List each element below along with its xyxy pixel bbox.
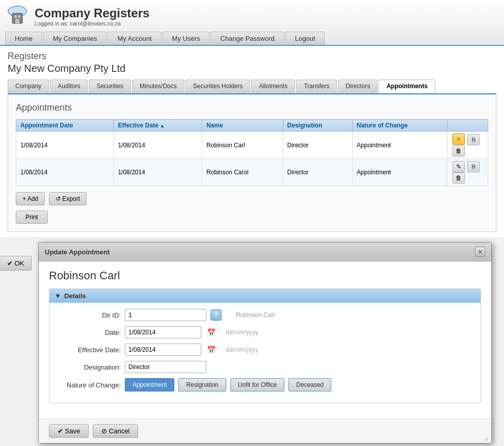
noc-resignation-button[interactable]: Resignation [178, 378, 226, 391]
nav-bar: Home My Companies My Account My Users Ch… [5, 32, 499, 45]
export-button[interactable]: ↺ Export [49, 192, 87, 205]
add-button[interactable]: + Add [16, 192, 45, 205]
designation-input[interactable] [125, 361, 206, 373]
col-nature-of-change[interactable]: Nature of Change [352, 120, 447, 132]
tab-transfers[interactable]: Transfers [296, 80, 337, 93]
cell-nature: Appointment [352, 159, 447, 186]
edit-icon: ✎ [456, 163, 461, 170]
table-row: 1/08/2014 1/08/2014 Robinson Carol Direc… [16, 159, 488, 186]
dir-id-help-button[interactable]: ? [210, 309, 222, 321]
modal-footer: ✔ Save ⊘ Cancel [39, 418, 491, 443]
company-name: My New Company Pty Ltd [8, 63, 496, 74]
burst-edit-icon: ✦ [456, 135, 462, 143]
noc-appointment-button[interactable]: Appointment [125, 378, 174, 391]
nav-change-password[interactable]: Change Password [210, 32, 284, 45]
date-label: Date: [60, 329, 121, 336]
save-button[interactable]: ✔ Save [49, 424, 89, 438]
date-hint: dd/mm/yyyy [226, 329, 258, 336]
nature-of-change-row: Nature of Change: Appointment Resignatio… [60, 378, 470, 391]
app-title: Company Registers [35, 6, 149, 20]
effective-date-input[interactable] [125, 344, 201, 356]
print-button[interactable]: Print [16, 211, 48, 224]
cell-nature: Appointment [352, 132, 447, 159]
col-effective-date[interactable]: Effective Date [114, 120, 202, 132]
cell-effective-date: 1/08/2014 [114, 159, 202, 186]
edit-button-row2[interactable]: ✎ [453, 161, 465, 172]
details-body: Dir ID: ? Robinson Carl Date: 📅 dd/mm/yy… [49, 303, 481, 403]
collapse-icon[interactable]: ▼ [55, 292, 61, 300]
effective-date-label: Effective Date: [60, 346, 121, 354]
details-header-label: Details [64, 292, 86, 300]
nav-logout[interactable]: Logout [285, 32, 325, 45]
cancel-button[interactable]: ⊘ Cancel [93, 424, 138, 438]
details-header: ▼ Details [49, 289, 481, 303]
delete-icon: 🗑 [456, 174, 462, 181]
main-content: Registers My New Company Pty Ltd Company… [0, 46, 504, 237]
nav-my-users[interactable]: My Users [163, 32, 210, 45]
date-input[interactable] [125, 326, 201, 338]
resize-handle[interactable]: ⊿ [484, 436, 490, 442]
copy-icon: ⎘ [472, 136, 475, 143]
page-breadcrumb: Registers [8, 51, 496, 62]
appointments-panel: Appointments Appointment Date Effective … [8, 94, 496, 232]
table-row: 1/08/2014 1/08/2014 Robinson Carl Direct… [16, 132, 488, 159]
tab-securities[interactable]: Securities [89, 80, 131, 93]
delete-button-row2[interactable]: 🗑 [453, 172, 465, 183]
nav-my-companies[interactable]: My Companies [43, 32, 107, 45]
designation-label: Designation: [60, 363, 121, 371]
noc-deceased-button[interactable]: Deceased [288, 378, 331, 391]
cell-designation: Director [283, 159, 352, 186]
cell-name: Robinson Carol [202, 159, 283, 186]
modal-title: Update Appointment [45, 248, 110, 256]
tab-securities-holders[interactable]: Securities Holders [185, 80, 250, 93]
logged-in-text: Logged in as: carol@itmates.co.za [35, 20, 149, 27]
svg-rect-3 [14, 15, 17, 18]
cell-actions: ✦ ⎘ 🗑 [447, 132, 488, 159]
cell-appointment-date: 1/08/2014 [16, 159, 114, 186]
nature-label: Nature of Change: [60, 381, 121, 389]
tab-allotments[interactable]: Allotments [251, 80, 295, 93]
edit-button-row1[interactable]: ✦ [453, 134, 465, 145]
designation-row: Designation: [60, 361, 470, 373]
modal-person-name: Robinson Carl [49, 269, 481, 282]
copy-button-row2[interactable]: ⎘ [467, 161, 480, 172]
appointments-table: Appointment Date Effective Date Name Des… [16, 119, 488, 186]
noc-unfit-button[interactable]: Unfit for Office [230, 378, 284, 391]
dir-id-label: Dir ID: [60, 311, 121, 319]
tab-company[interactable]: Company [8, 80, 49, 93]
col-actions [447, 120, 488, 132]
col-appointment-date[interactable]: Appointment Date [16, 120, 114, 132]
cell-actions: ✎ ⎘ 🗑 [447, 159, 488, 186]
logo-icon [5, 4, 30, 29]
cell-designation: Director [283, 132, 352, 159]
tab-minutes-docs[interactable]: Minutes/Docs [132, 80, 184, 93]
effective-date-hint: dd/mm/yyyy [226, 346, 258, 353]
nav-my-account[interactable]: My Account [108, 32, 161, 45]
dir-name-display: Robinson Carl [236, 311, 275, 319]
copy-button-row1[interactable]: ⎘ [467, 134, 480, 145]
appointments-title: Appointments [16, 102, 488, 113]
tab-appointments[interactable]: Appointments [379, 80, 435, 93]
nav-home[interactable]: Home [5, 32, 42, 45]
table-action-buttons: + Add ↺ Export [16, 192, 488, 205]
modal-body: Robinson Carl ▼ Details Dir ID: ? Robins… [39, 261, 491, 418]
cell-effective-date: 1/08/2014 [114, 132, 202, 159]
col-designation[interactable]: Designation [283, 120, 352, 132]
effective-date-row: Effective Date: 📅 dd/mm/yyyy [60, 344, 470, 356]
svg-rect-5 [15, 19, 19, 23]
col-name[interactable]: Name [202, 120, 283, 132]
update-appointment-modal: Update Appointment ✕ Robinson Carl ▼ Det… [38, 242, 492, 443]
delete-button-row1[interactable]: 🗑 [453, 145, 465, 156]
effective-date-calendar-button[interactable]: 📅 [205, 344, 217, 355]
modal-header: Update Appointment ✕ [39, 243, 491, 261]
ok-button[interactable]: ✔ OK [0, 256, 32, 271]
cell-name: Robinson Carl [202, 132, 283, 159]
date-calendar-button[interactable]: 📅 [205, 327, 217, 338]
svg-rect-4 [18, 15, 20, 18]
date-row: Date: 📅 dd/mm/yyyy [60, 326, 470, 338]
tab-auditors[interactable]: Auditors [50, 80, 88, 93]
dir-id-input[interactable] [125, 309, 206, 321]
copy-icon: ⎘ [472, 163, 475, 170]
tab-directors[interactable]: Directors [338, 80, 378, 93]
modal-close-button[interactable]: ✕ [475, 247, 485, 257]
